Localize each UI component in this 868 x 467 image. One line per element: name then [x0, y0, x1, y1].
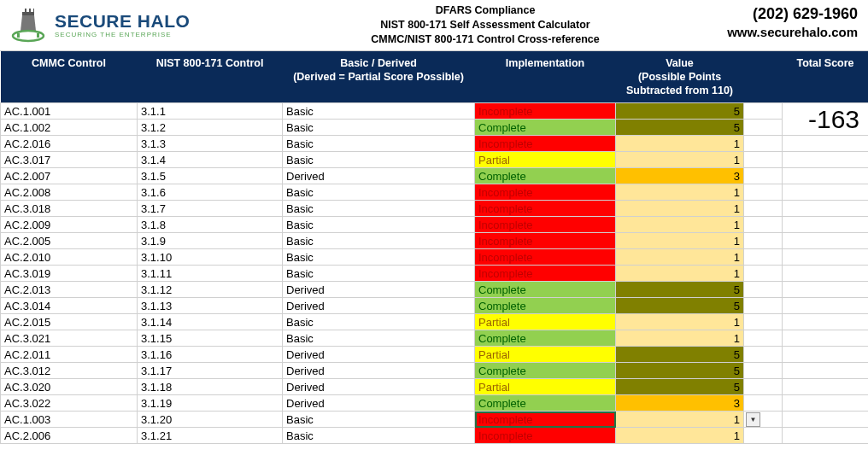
- cell-nist[interactable]: 3.1.2: [138, 120, 283, 136]
- cell-nist[interactable]: 3.1.19: [138, 395, 283, 412]
- cell-cmmc[interactable]: AC.2.016: [1, 136, 138, 152]
- cell-type[interactable]: Basic: [283, 201, 475, 217]
- cell-cmmc[interactable]: AC.1.003: [1, 412, 138, 428]
- cell-value[interactable]: 1: [616, 266, 744, 282]
- cell-type[interactable]: Basic: [283, 217, 475, 233]
- cell-cmmc[interactable]: AC.2.006: [1, 428, 138, 444]
- cell-nist[interactable]: 3.1.10: [138, 249, 283, 266]
- cell-type[interactable]: Basic: [283, 120, 475, 136]
- cell-value[interactable]: 5: [616, 103, 744, 120]
- cell-value[interactable]: 1: [616, 201, 744, 217]
- cell-type[interactable]: Basic: [283, 136, 475, 152]
- cell-implementation[interactable]: Complete: [475, 330, 616, 347]
- cell-value[interactable]: 5: [616, 298, 744, 314]
- cell-nist[interactable]: 3.1.15: [138, 330, 283, 347]
- cell-cmmc[interactable]: AC.2.008: [1, 184, 138, 201]
- cell-type[interactable]: Basic: [283, 428, 475, 444]
- cell-type[interactable]: Derived: [283, 395, 475, 412]
- cell-nist[interactable]: 3.1.6: [138, 184, 283, 201]
- cell-implementation[interactable]: Complete: [475, 282, 616, 298]
- cell-implementation[interactable]: Incomplete: [475, 136, 616, 152]
- cell-type[interactable]: Basic: [283, 330, 475, 347]
- cell-nist[interactable]: 3.1.21: [138, 428, 283, 444]
- cell-implementation[interactable]: Incomplete: [475, 249, 616, 266]
- cell-nist[interactable]: 3.1.4: [138, 152, 283, 168]
- cell-nist[interactable]: 3.1.17: [138, 363, 283, 379]
- cell-implementation[interactable]: Partial: [475, 314, 616, 330]
- cell-implementation[interactable]: Incomplete: [475, 233, 616, 249]
- cell-value[interactable]: 1: [616, 412, 744, 428]
- cell-implementation[interactable]: Incomplete: [475, 428, 616, 444]
- cell-nist[interactable]: 3.1.12: [138, 282, 283, 298]
- cell-cmmc[interactable]: AC.2.010: [1, 249, 138, 266]
- cell-value[interactable]: 1: [616, 249, 744, 266]
- cell-implementation[interactable]: Complete: [475, 120, 616, 136]
- cell-cmmc[interactable]: AC.2.009: [1, 217, 138, 233]
- cell-type[interactable]: Basic: [283, 412, 475, 428]
- cell-cmmc[interactable]: AC.3.021: [1, 330, 138, 347]
- cell-type[interactable]: Derived: [283, 282, 475, 298]
- cell-type[interactable]: Derived: [283, 347, 475, 363]
- cell-value[interactable]: 5: [616, 379, 744, 395]
- cell-value[interactable]: 5: [616, 282, 744, 298]
- cell-nist[interactable]: 3.1.13: [138, 298, 283, 314]
- cell-value[interactable]: 1: [616, 428, 744, 444]
- cell-implementation[interactable]: Complete: [475, 363, 616, 379]
- cell-value[interactable]: 1: [616, 314, 744, 330]
- cell-implementation[interactable]: Incomplete: [475, 266, 616, 282]
- cell-implementation[interactable]: Incomplete: [475, 103, 616, 120]
- cell-cmmc[interactable]: AC.2.013: [1, 282, 138, 298]
- cell-nist[interactable]: 3.1.3: [138, 136, 283, 152]
- cell-cmmc[interactable]: AC.1.001: [1, 103, 138, 120]
- cell-cmmc[interactable]: AC.1.002: [1, 120, 138, 136]
- cell-cmmc[interactable]: AC.3.019: [1, 266, 138, 282]
- cell-implementation[interactable]: Incomplete: [475, 184, 616, 201]
- cell-type[interactable]: Derived: [283, 379, 475, 395]
- cell-type[interactable]: Basic: [283, 266, 475, 282]
- cell-cmmc[interactable]: AC.3.022: [1, 395, 138, 412]
- cell-type[interactable]: Basic: [283, 249, 475, 266]
- dropdown-arrow-icon[interactable]: ▼: [746, 412, 760, 427]
- cell-nist[interactable]: 3.1.14: [138, 314, 283, 330]
- cell-type[interactable]: Derived: [283, 168, 475, 184]
- cell-value[interactable]: 1: [616, 152, 744, 168]
- cell-value[interactable]: 5: [616, 363, 744, 379]
- cell-value[interactable]: 3: [616, 395, 744, 412]
- cell-type[interactable]: Basic: [283, 103, 475, 120]
- cell-cmmc[interactable]: AC.3.020: [1, 379, 138, 395]
- cell-cmmc[interactable]: AC.3.014: [1, 298, 138, 314]
- cell-value[interactable]: 1: [616, 136, 744, 152]
- cell-implementation[interactable]: Complete: [475, 168, 616, 184]
- cell-value[interactable]: 1: [616, 233, 744, 249]
- cell-value[interactable]: 5: [616, 347, 744, 363]
- cell-implementation[interactable]: Complete: [475, 298, 616, 314]
- cell-nist[interactable]: 3.1.7: [138, 201, 283, 217]
- cell-value[interactable]: 3: [616, 168, 744, 184]
- cell-nist[interactable]: 3.1.20: [138, 412, 283, 428]
- cell-nist[interactable]: 3.1.11: [138, 266, 283, 282]
- cell-cmmc[interactable]: AC.2.005: [1, 233, 138, 249]
- cell-nist[interactable]: 3.1.9: [138, 233, 283, 249]
- cell-type[interactable]: Basic: [283, 233, 475, 249]
- cell-cmmc[interactable]: AC.3.012: [1, 363, 138, 379]
- cell-cmmc[interactable]: AC.3.017: [1, 152, 138, 168]
- cell-total-score[interactable]: -163: [783, 103, 869, 136]
- cell-nist[interactable]: 3.1.18: [138, 379, 283, 395]
- cell-cmmc[interactable]: AC.2.007: [1, 168, 138, 184]
- cell-implementation[interactable]: Incomplete: [475, 201, 616, 217]
- cell-value[interactable]: 1: [616, 217, 744, 233]
- cell-implementation[interactable]: Incomplete: [475, 412, 616, 428]
- cell-implementation[interactable]: Incomplete: [475, 217, 616, 233]
- cell-nist[interactable]: 3.1.5: [138, 168, 283, 184]
- cell-cmmc[interactable]: AC.2.015: [1, 314, 138, 330]
- cell-type[interactable]: Derived: [283, 298, 475, 314]
- cell-nist[interactable]: 3.1.1: [138, 103, 283, 120]
- cell-cmmc[interactable]: AC.3.018: [1, 201, 138, 217]
- cell-implementation[interactable]: Partial: [475, 379, 616, 395]
- cell-value[interactable]: 1: [616, 184, 744, 201]
- cell-implementation[interactable]: Partial: [475, 152, 616, 168]
- cell-type[interactable]: Basic: [283, 152, 475, 168]
- cell-type[interactable]: Basic: [283, 184, 475, 201]
- cell-type[interactable]: Derived: [283, 363, 475, 379]
- cell-value[interactable]: 1: [616, 330, 744, 347]
